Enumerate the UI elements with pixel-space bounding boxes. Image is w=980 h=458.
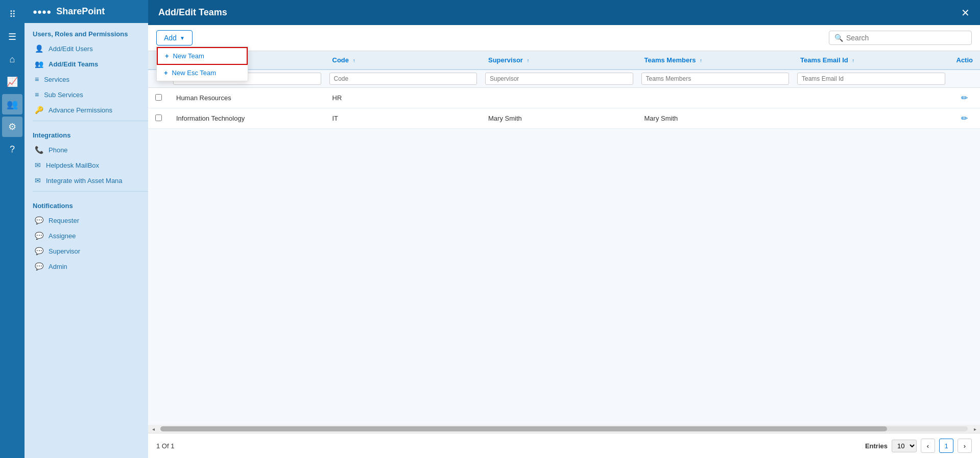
next-page-button[interactable]: › [958, 439, 972, 453]
permissions-icon: 🔑 [35, 106, 43, 114]
add-button[interactable]: Add ▼ [156, 30, 193, 45]
dropdown-arrow-icon: ▼ [180, 35, 185, 41]
integrate-icon: ✉ [35, 176, 41, 185]
sidebar-divider-2 [33, 191, 164, 192]
sidebar-label-add-edit-users: Add/Edit Users [49, 45, 93, 53]
row2-teams-members: Mary Smith [637, 108, 794, 129]
th-supervisor[interactable]: Supervisor ↑ [481, 51, 637, 70]
filter-teams-members-input[interactable] [641, 73, 790, 85]
home-icon[interactable]: ⌂ [2, 49, 22, 70]
row1-name: Human Resources [169, 88, 325, 108]
teams-icon: 👥 [35, 60, 43, 68]
sidebar-label-sub-services: Sub Services [44, 91, 83, 99]
mailbox-icon: ✉ [35, 161, 41, 169]
entries-label: Entries [865, 442, 888, 450]
sidebar-label-phone: Phone [49, 146, 68, 154]
modal-title: Add/Edit Teams [158, 7, 227, 18]
table-header-row: Name ↑ Code ↑ Supervisor ↑ Teams Members… [148, 51, 980, 70]
row2-action-cell: ✏ [949, 108, 981, 129]
sidebar-label-advance-permissions: Advance Permissions [49, 106, 112, 114]
scroll-left-arrow[interactable]: ◂ [148, 425, 158, 433]
th-code-label: Code [332, 56, 351, 64]
app-logo: ●●●● [33, 7, 51, 16]
plus-icon-new-team: + [165, 52, 169, 60]
icon-bar: ⠿ ☰ ⌂ 📈 👥 ⚙ ? [0, 0, 25, 458]
filter-supervisor-cell [481, 70, 637, 88]
entries-select[interactable]: 10 25 50 [892, 440, 917, 452]
scrollbar-track [160, 426, 968, 431]
filter-code-input[interactable] [329, 73, 477, 85]
sidebar-label-admin: Admin [49, 263, 67, 270]
search-box: 🔍 [829, 31, 972, 45]
users-icon: 👤 [35, 44, 43, 53]
th-action: Actio [949, 51, 981, 70]
pagination-bar: 1 Of 1 Entries 10 25 50 ‹ 1 › [148, 433, 980, 458]
people-icon[interactable]: 👥 [2, 94, 22, 114]
analytics-icon[interactable]: 📈 [2, 72, 22, 92]
th-teams-email-id[interactable]: Teams Email Id ↑ [793, 51, 949, 70]
filter-teams-members-cell [637, 70, 794, 88]
row1-supervisor [481, 88, 637, 108]
filter-teams-email-id-cell [793, 70, 949, 88]
table-body: Human Resources HR ✏ Information Technol… [148, 88, 980, 129]
filter-supervisor-input[interactable] [485, 73, 633, 85]
grid-icon[interactable]: ⠿ [2, 4, 22, 25]
row1-checkbox[interactable] [155, 94, 162, 101]
requester-icon: 💬 [35, 216, 43, 224]
row1-teams-email-id [793, 88, 949, 108]
row2-name: Information Technology [169, 108, 325, 129]
table-row: Information Technology IT Mary Smith Mar… [148, 108, 980, 129]
row1-code: HR [325, 88, 482, 108]
th-teams-email-id-sort-icon: ↑ [852, 58, 854, 63]
row2-edit-icon[interactable]: ✏ [961, 114, 968, 123]
filter-code-cell [325, 70, 482, 88]
scroll-right-arrow[interactable]: ▸ [970, 425, 980, 433]
sidebar-label-helpdesk-mailbox: Helpdesk MailBox [46, 162, 99, 169]
table-filter-row [148, 70, 980, 88]
th-teams-members-sort-icon: ↑ [700, 58, 702, 63]
sidebar-label-add-edit-teams: Add/Edit Teams [49, 60, 98, 68]
prev-page-button[interactable]: ‹ [921, 439, 935, 453]
search-input[interactable] [846, 34, 966, 42]
admin-icon: 💬 [35, 262, 43, 270]
phone-icon: 📞 [35, 146, 43, 154]
row1-teams-members [637, 88, 794, 108]
th-action-label: Actio [957, 56, 973, 64]
th-supervisor-sort-icon: ↑ [527, 58, 530, 63]
hamburger-icon[interactable]: ☰ [2, 27, 22, 47]
row2-checkbox-cell [148, 108, 169, 129]
sub-services-icon: ≡ [35, 90, 39, 99]
dropdown-item-new-esc-team[interactable]: + New Esc Team [157, 65, 248, 81]
supervisor-icon: 💬 [35, 247, 43, 255]
filter-action-cell [949, 70, 981, 88]
teams-table: Name ↑ Code ↑ Supervisor ↑ Teams Members… [148, 51, 980, 129]
dropdown-item-new-team[interactable]: + New Team [157, 47, 248, 65]
services-icon: ≡ [35, 75, 39, 83]
pagination-controls: Entries 10 25 50 ‹ 1 › [865, 439, 972, 453]
row1-checkbox-cell [148, 88, 169, 108]
sidebar-label-requester: Requester [49, 217, 79, 224]
th-supervisor-label: Supervisor [488, 56, 525, 64]
assignee-icon: 💬 [35, 232, 43, 240]
sidebar-label-integrate-asset: Integrate with Asset Mana [46, 177, 123, 185]
th-code[interactable]: Code ↑ [325, 51, 482, 70]
row2-checkbox[interactable] [155, 114, 162, 121]
help-icon[interactable]: ? [2, 139, 22, 159]
new-esc-team-label: New Esc Team [172, 69, 216, 77]
sidebar-divider-1 [33, 121, 164, 121]
horizontal-scrollbar[interactable]: ◂ ▸ [148, 425, 980, 433]
pagination-info: 1 Of 1 [156, 442, 174, 450]
th-teams-members[interactable]: Teams Members ↑ [637, 51, 794, 70]
sidebar-label-assignee: Assignee [49, 232, 76, 240]
settings-icon[interactable]: ⚙ [2, 117, 22, 137]
modal-header: Add/Edit Teams ✕ [148, 0, 980, 25]
th-teams-email-id-label: Teams Email Id [800, 56, 850, 64]
scrollbar-thumb[interactable] [160, 426, 887, 431]
row2-supervisor: Mary Smith [481, 108, 637, 129]
sidebar-label-services: Services [44, 76, 69, 83]
modal-toolbar: Add ▼ + New Team + New Esc Team 🔍 [148, 25, 980, 51]
row2-code: IT [325, 108, 482, 129]
modal-close-button[interactable]: ✕ [961, 8, 970, 18]
filter-teams-email-id-input[interactable] [797, 73, 945, 85]
row1-edit-icon[interactable]: ✏ [961, 94, 968, 102]
